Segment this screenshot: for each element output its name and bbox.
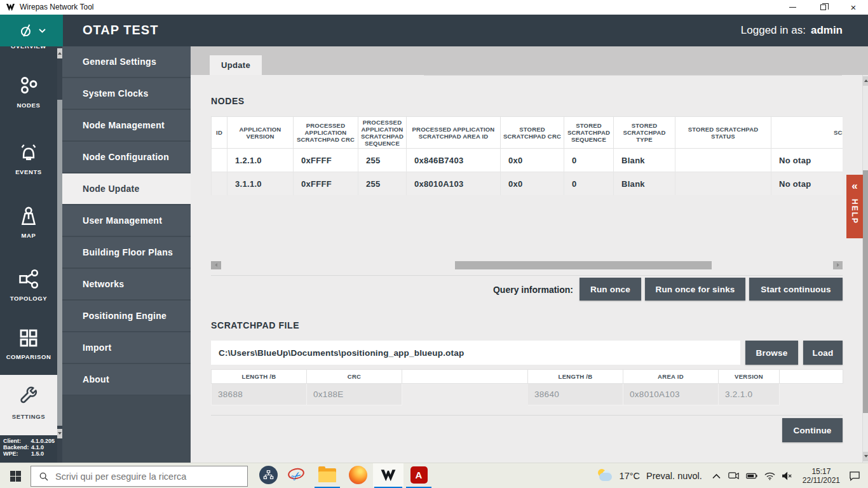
menu-scrollbar[interactable] [57, 46, 62, 463]
col-header-stored-scratchpad-type[interactable]: STORED SCRATCHPAD TYPE [614, 117, 675, 149]
sidebar-item-topology[interactable]: TOPOLOGY [0, 267, 57, 302]
tray-time: 15:17 [803, 467, 840, 476]
menu-item-import[interactable]: Import [62, 332, 191, 364]
action-center-icon[interactable] [849, 471, 860, 481]
taskbar-app-network-tool[interactable] [253, 463, 283, 487]
col-header-processed-app-scratchpad-area-id[interactable]: PROCESSED APPLICATION SCRATCHPAD AREA ID [407, 117, 501, 149]
logged-in-label: Logged in as: [741, 24, 806, 36]
col-header-application-version[interactable]: APPLICATION VERSION [227, 117, 294, 149]
col-header-length-b-2: LENGTH /B [528, 370, 623, 384]
close-button[interactable]: × [839, 0, 868, 15]
menu-item-about[interactable]: About [62, 364, 191, 396]
run-once-for-sinks-button[interactable]: Run once for sinks [645, 278, 745, 301]
table-cell: 3.1.1.0 [227, 172, 294, 196]
col-header-processed-app-scratchpad-crc[interactable]: PROCESSED APPLICATION SCRATCHPAD CRC [294, 117, 358, 149]
taskbar-app-acrobat[interactable]: A [403, 463, 434, 487]
search-icon [39, 471, 49, 482]
table-cell: 0xFFFF [294, 172, 358, 196]
taskbar-app-file-explorer[interactable] [312, 463, 342, 487]
window-title: Wirepas Network Tool [20, 3, 93, 11]
table-cell: No otap [771, 149, 843, 172]
menu-item-node-management[interactable]: Node Management [62, 110, 191, 142]
section-divider [211, 415, 843, 416]
restore-icon [820, 4, 826, 10]
menu-item-networks[interactable]: Networks [62, 269, 191, 301]
menu-item-node-configuration[interactable]: Node Configuration [62, 142, 191, 173]
firefox-icon [349, 466, 367, 484]
scroll-down-button[interactable] [863, 452, 868, 461]
scrollbar-thumb[interactable] [455, 261, 712, 269]
table-cell [212, 149, 227, 172]
version-info: Client:4.1.0.205 Backend:4.1.0 WPE:1.5.0 [0, 436, 57, 457]
clock[interactable]: 15:17 22/11/2021 [803, 467, 840, 485]
table-cell: 0x0 [501, 172, 564, 196]
table-cell: 255 [358, 149, 407, 172]
col-header-scratchpad-truncated[interactable]: SCRAT [771, 117, 843, 149]
menu-item-building-floor-plans[interactable]: Building Floor Plans [62, 237, 191, 269]
page-title: OTAP TEST [83, 23, 158, 37]
menu-item-general-settings[interactable]: General Settings [62, 46, 191, 78]
col-header-stored-scratchpad-crc[interactable]: STORED SCRATCHPAD CRC [501, 117, 564, 149]
taskbar-app-firefox[interactable] [342, 463, 373, 487]
scroll-up-button[interactable] [863, 76, 868, 86]
table-cell: 1.2.1.0 [227, 149, 294, 172]
temperature[interactable]: 17°C [620, 471, 640, 481]
taskbar-search[interactable] [31, 466, 248, 487]
scratchpad-file-path-input[interactable] [211, 341, 740, 365]
meet-now-icon[interactable] [728, 471, 739, 480]
col-header-stored-scratchpad-sequence[interactable]: STORED SCRATCHPAD SEQUENCE [564, 117, 614, 149]
overview-menu-button[interactable] [0, 15, 63, 46]
chevron-down-icon [39, 29, 46, 33]
file-table-value-row: 38688 0x188E 38640 0x8010A103 3.2.1.0 [212, 384, 843, 405]
window-vertical-scrollbar[interactable] [862, 75, 868, 463]
browse-button[interactable]: Browse [745, 341, 798, 365]
scrollbar-thumb[interactable] [57, 100, 62, 426]
sidebar-item-nodes[interactable]: NODES [0, 75, 57, 109]
show-hidden-icons-chevron[interactable] [712, 473, 721, 479]
sidebar-item-events[interactable]: EVENTS [0, 140, 57, 175]
sidebar-item-settings[interactable]: SETTINGS [0, 375, 57, 435]
minimize-button[interactable] [778, 0, 807, 15]
continue-button[interactable]: Continue [782, 418, 843, 442]
icon-sidebar: OVERVIEW NODES EVENTS MAP TOPOLOGY COMPA… [0, 46, 57, 463]
col-header-stored-scratchpad-status[interactable]: STORED SCRATCHPAD STATUS [675, 117, 771, 149]
nodes-horizontal-scrollbar[interactable] [211, 261, 843, 269]
table-row[interactable]: 1.2.1.0 0xFFFF 255 0x846B7403 0x0 0 Blan… [212, 149, 843, 172]
battery-icon[interactable] [746, 472, 757, 480]
col-header-id[interactable]: ID [212, 117, 227, 149]
table-row[interactable]: 3.1.1.0 0xFFFF 255 0x8010A103 0x0 0 Blan… [212, 172, 843, 196]
table-cell [675, 149, 771, 172]
scroll-left-button[interactable] [211, 261, 221, 269]
arrow-left-icon [215, 263, 217, 267]
weather-icon [597, 469, 614, 483]
arrow-up-icon [58, 52, 62, 55]
volume-muted-icon[interactable] [782, 471, 792, 480]
sidebar-item-map[interactable]: MAP [0, 204, 57, 239]
collapse-chevrons-icon: « [846, 180, 863, 193]
menu-item-system-clocks[interactable]: System Clocks [62, 78, 191, 110]
app-header: OTAP TEST Logged in as:admin [0, 15, 868, 46]
menu-item-user-management[interactable]: User Management [62, 205, 191, 237]
taskbar-app-snipping-tool[interactable]: ✂ [281, 463, 312, 487]
run-once-button[interactable]: Run once [580, 278, 641, 301]
search-input[interactable] [55, 471, 247, 482]
scroll-down-button[interactable] [57, 429, 62, 438]
maximize-button[interactable] [808, 0, 837, 15]
wifi-icon[interactable] [764, 472, 775, 480]
menu-item-positioning-engine[interactable]: Positioning Engine [62, 301, 191, 332]
start-button[interactable] [0, 463, 31, 488]
start-continuous-button[interactable]: Start continuous [749, 278, 843, 301]
weather-description[interactable]: Preval. nuvol. [646, 471, 702, 481]
tab-update[interactable]: Update [210, 55, 262, 75]
taskbar-app-wirepas[interactable] [373, 463, 403, 487]
scroll-up-button[interactable] [57, 48, 62, 58]
scrollbar-thumb[interactable] [863, 170, 868, 413]
help-tab[interactable]: « HELP [846, 175, 863, 238]
empty-cell [402, 384, 528, 405]
col-header-processed-app-scratchpad-sequence[interactable]: PROCESSED APPLICATION SCRATCHPAD SEQUENC… [358, 117, 407, 149]
menu-item-node-update[interactable]: Node Update [62, 173, 191, 205]
load-button[interactable]: Load [803, 341, 843, 365]
scroll-right-button[interactable] [833, 261, 843, 269]
sidebar-item-comparison[interactable]: COMPARISON [0, 327, 57, 360]
client-version: 4.1.0.205 [31, 438, 55, 444]
